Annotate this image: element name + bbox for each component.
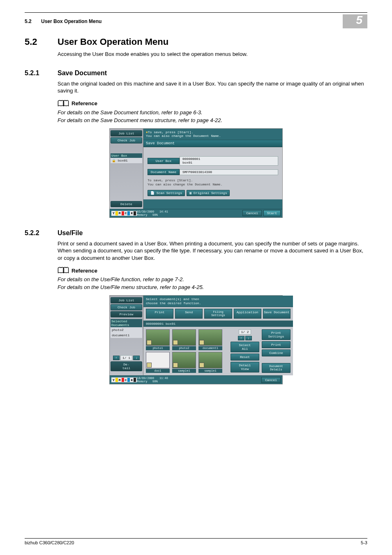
user-box-field-value[interactable]: 000000001 box01 xyxy=(180,156,278,166)
page-down-icon[interactable]: ↓ xyxy=(245,336,252,340)
cancel-button[interactable]: Cancel xyxy=(242,210,262,216)
memory-label: Memory xyxy=(137,380,147,383)
selected-documents-label: Selected Documents xyxy=(111,319,142,327)
footer-page-number: 5-3 xyxy=(361,540,367,545)
memory-label: Memory xyxy=(137,213,147,217)
tab-save-document[interactable]: Save Document xyxy=(263,309,291,319)
use-file-body: Print or send a document saved in a User… xyxy=(58,240,367,262)
user-box-label: User Box xyxy=(111,153,142,158)
body-hint-1: To save, press [Start]. xyxy=(148,178,193,182)
hint-line-2: choose the desired function. xyxy=(146,301,201,305)
subsection-title: Use/File xyxy=(58,229,83,237)
reference-label: Reference xyxy=(71,268,97,274)
thumb-caption[interactable]: sample1 xyxy=(198,369,222,373)
thumb-type-icon xyxy=(199,363,204,368)
intro-paragraph: Accessing the User Box mode enables you … xyxy=(58,51,367,58)
tab-send[interactable]: Send xyxy=(175,309,203,319)
footer-model: bizhub C360/C280/C220 xyxy=(25,540,74,545)
document-name-value[interactable]: SMFP09033014390 xyxy=(180,169,278,176)
thumb-caption[interactable]: photo2 xyxy=(172,346,196,350)
header-section-number: 5.2 xyxy=(25,18,32,24)
breadcrumb: 000000001 box01 xyxy=(143,321,293,327)
page-up-icon[interactable]: ↑ xyxy=(113,356,120,360)
use-file-screenshot: Job List Check Job Preview Selected Docu… xyxy=(109,295,283,384)
user-box-name: box01 xyxy=(182,161,192,164)
check-job-button[interactable]: Check Job xyxy=(111,304,142,310)
chapter-number-badge: 5 xyxy=(343,14,367,28)
reference-line: For details on the Use/File menu structu… xyxy=(58,284,367,290)
combine-button[interactable]: Combine xyxy=(262,349,291,356)
status-time: 11:48 xyxy=(159,377,168,380)
start-button[interactable]: Start xyxy=(263,210,281,216)
print-button[interactable]: Print xyxy=(262,341,291,348)
subsection-number: 5.2.2 xyxy=(25,229,58,237)
reference-icon xyxy=(58,266,69,275)
subsection-title: Save Document xyxy=(58,69,107,77)
header-section-title: User Box Operation Menu xyxy=(41,18,101,24)
detail-view-button[interactable]: Detail View xyxy=(231,362,259,372)
reference-line: For details on the Save Document menu st… xyxy=(58,117,367,123)
page-footer: bizhub C360/C280/C220 5-3 xyxy=(25,538,367,545)
thumb-caption[interactable]: doc1 xyxy=(146,369,170,373)
reset-button[interactable]: Reset xyxy=(231,354,259,361)
reference-icon xyxy=(58,99,69,108)
section-number: 5.2 xyxy=(25,37,58,47)
thumb-caption[interactable]: photo1 xyxy=(146,346,170,350)
tab-application[interactable]: Application xyxy=(234,309,261,319)
section-title: User Box Operation Menu xyxy=(58,37,168,47)
selected-item[interactable]: photo2 xyxy=(111,327,142,333)
body-hint-2: You can also change the Document Name. xyxy=(148,183,222,186)
print-settings-button[interactable]: Print Settings xyxy=(262,329,291,340)
selected-item[interactable]: document1 xyxy=(111,333,142,338)
user-box-number: 000000001 xyxy=(182,157,200,161)
select-all-button[interactable]: Select All xyxy=(231,342,259,352)
preview-button[interactable]: Preview xyxy=(111,311,142,317)
original-settings-button[interactable]: ▦ Original Settings xyxy=(187,190,230,196)
delete-button[interactable]: Delete xyxy=(111,201,142,207)
toner-indicator: Y M C K xyxy=(111,377,137,382)
subsection-heading: 5.2.1 Save Document xyxy=(25,69,367,77)
detail-button[interactable]: De- tail xyxy=(111,361,142,371)
tab-filing-settings[interactable]: Filing Settings xyxy=(204,309,232,319)
page-up-icon[interactable]: ↑ xyxy=(238,336,244,340)
status-date: 10/09/2008 xyxy=(137,377,154,380)
thumbnail-grid: photo1 photo2 document1 doc1 sample1 sam… xyxy=(146,329,222,373)
save-document-screenshot: Job List Check Job User Box 🔒 box01 Dele… xyxy=(109,128,283,218)
box-item[interactable]: box01 xyxy=(118,159,128,162)
right-pager: 1/ 2 xyxy=(239,329,251,335)
save-document-body: Scan the original loaded on this machine… xyxy=(58,80,367,95)
reference-line: For details on the Save Document functio… xyxy=(58,109,367,116)
panel-title: Save Document xyxy=(143,140,282,147)
page-header: 5.2 User Box Operation Menu 5 xyxy=(25,14,367,28)
subsection-number: 5.2.1 xyxy=(25,69,58,77)
thumb-type-icon xyxy=(147,340,152,345)
tab-print[interactable]: Print xyxy=(146,309,173,319)
toner-indicator: Y M C K xyxy=(111,211,137,216)
status-time: 14:41 xyxy=(159,210,168,213)
memory-value: 99% xyxy=(152,213,158,217)
section-heading: 5.2 User Box Operation Menu xyxy=(25,37,367,47)
status-date: 03/30/2009 xyxy=(137,210,154,213)
document-name-label: Document Name xyxy=(148,169,180,175)
thumb-type-icon xyxy=(173,363,178,368)
check-job-button[interactable]: Check Job xyxy=(111,137,142,143)
thumb-caption[interactable]: document1 xyxy=(198,346,222,350)
page-down-icon[interactable]: ↓ xyxy=(133,356,140,360)
memory-value: 99% xyxy=(152,380,158,383)
job-list-button[interactable]: Job List xyxy=(111,297,142,303)
left-pager: 1/ 1 xyxy=(120,355,132,361)
user-box-field-label: User Box xyxy=(148,158,180,164)
thumb-caption[interactable]: sample1 xyxy=(172,369,196,373)
hint-line-1: Select document(s) and then xyxy=(146,297,199,301)
job-list-button[interactable]: Job List xyxy=(111,130,142,136)
reference-label: Reference xyxy=(71,100,97,106)
subsection-heading: 5.2.2 Use/File xyxy=(25,229,367,237)
hint-line-1: To save, press [Start]. xyxy=(148,130,193,134)
scan-settings-button[interactable]: 📄 Scan Settings xyxy=(148,190,185,196)
hint-line-2: You can also change the Document Name. xyxy=(146,134,221,138)
thumb-type-icon xyxy=(199,340,204,345)
reference-line: For details on the Use/File function, re… xyxy=(58,276,367,282)
document-details-button[interactable]: Document Details xyxy=(262,363,291,373)
thumb-type-icon xyxy=(173,340,178,345)
cancel-button[interactable]: Cancel xyxy=(261,377,281,383)
